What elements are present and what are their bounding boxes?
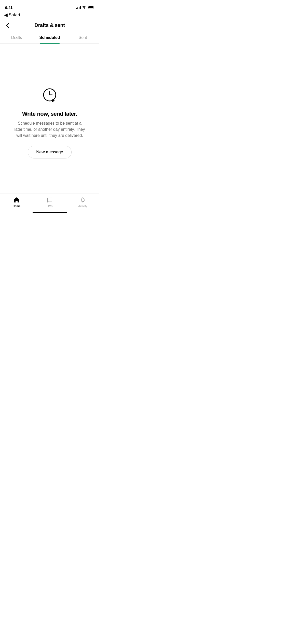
safari-back-label: Safari xyxy=(9,12,20,18)
back-button[interactable] xyxy=(4,22,11,29)
home-icon xyxy=(13,196,20,203)
tab-scheduled[interactable]: Scheduled xyxy=(33,32,66,43)
empty-state: Write now, send later. Schedule messages… xyxy=(0,44,99,201)
page-title: Drafts & sent xyxy=(34,22,65,28)
tabs-container: Drafts Scheduled Sent xyxy=(0,32,99,44)
scheduled-icon xyxy=(40,86,59,106)
status-icons xyxy=(76,6,94,9)
battery-icon xyxy=(88,6,94,9)
wifi-icon xyxy=(82,6,86,9)
nav-item-dms[interactable]: DMs xyxy=(33,196,66,208)
tab-active-indicator xyxy=(40,43,60,44)
tab-drafts[interactable]: Drafts xyxy=(0,32,33,43)
nav-label-home: Home xyxy=(13,204,21,208)
nav-item-activity[interactable]: Activity xyxy=(66,196,99,208)
dms-icon xyxy=(46,196,53,203)
safari-back[interactable]: ◀ Safari xyxy=(0,11,99,20)
tab-sent[interactable]: Sent xyxy=(66,32,99,43)
empty-state-title: Write now, send later. xyxy=(22,111,77,117)
new-message-button[interactable]: New message xyxy=(28,146,72,158)
nav-header: Drafts & sent xyxy=(0,20,99,32)
home-indicator xyxy=(33,212,67,213)
bottom-nav: Home DMs Activity xyxy=(0,194,99,215)
status-bar: 9:41 xyxy=(0,0,99,11)
nav-label-activity: Activity xyxy=(78,204,87,208)
nav-label-dms: DMs xyxy=(47,204,53,208)
nav-item-home[interactable]: Home xyxy=(0,196,33,208)
svg-rect-1 xyxy=(88,6,93,8)
status-time: 9:41 xyxy=(5,5,12,10)
safari-back-arrow: ◀ xyxy=(4,12,8,18)
activity-icon xyxy=(79,196,86,203)
empty-state-description: Schedule messages to be sent at a later … xyxy=(14,120,85,139)
signal-icon xyxy=(76,6,81,9)
